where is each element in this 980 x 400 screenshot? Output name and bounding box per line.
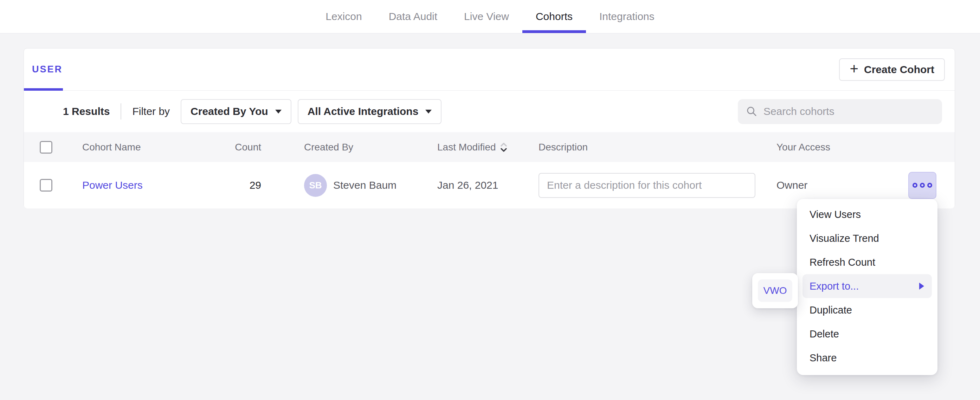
- header-your-access: Your Access: [776, 142, 955, 153]
- nav-item-live-view[interactable]: Live View: [451, 0, 522, 33]
- menu-item-delete[interactable]: Delete: [797, 322, 937, 346]
- row-actions-menu: View Users Visualize Trend Refresh Count…: [797, 199, 937, 375]
- header-description: Description: [534, 142, 776, 153]
- create-cohort-label: Create Cohort: [864, 64, 934, 76]
- search-cohorts-box[interactable]: [738, 99, 942, 124]
- header-your-access-label: Your Access: [776, 142, 830, 153]
- divider: [121, 104, 121, 120]
- header-last-modified[interactable]: Last Modified: [437, 141, 534, 153]
- dot-icon: [913, 183, 918, 188]
- menu-item-refresh-count[interactable]: Refresh Count: [797, 250, 937, 274]
- nav-item-lexicon[interactable]: Lexicon: [312, 0, 375, 33]
- header-count[interactable]: Count: [219, 142, 261, 153]
- menu-item-visualize-trend[interactable]: Visualize Trend: [797, 226, 937, 250]
- select-all-checkbox[interactable]: [40, 141, 52, 154]
- integrations-filter-value: All Active Integrations: [307, 105, 418, 117]
- results-count: 1 Results: [63, 105, 110, 117]
- integrations-filter-dropdown[interactable]: All Active Integrations: [298, 99, 442, 124]
- dot-icon: [920, 183, 925, 188]
- menu-item-export-to[interactable]: Export to...: [802, 274, 932, 298]
- cohort-name-link[interactable]: Power Users: [82, 179, 143, 191]
- chevron-down-icon: [275, 110, 282, 113]
- menu-item-share[interactable]: Share: [797, 346, 937, 370]
- submenu-item-vwo[interactable]: VWO: [758, 279, 792, 302]
- header-created-by[interactable]: Created By: [261, 142, 437, 153]
- row-checkbox[interactable]: [40, 179, 52, 191]
- cohorts-panel: USER + Create Cohort 1 Results Filter by…: [24, 48, 955, 208]
- export-submenu: VWO: [752, 273, 798, 308]
- search-icon: [746, 105, 757, 117]
- filter-toolbar: 1 Results Filter by Created By You All A…: [24, 91, 955, 132]
- menu-item-export-to-label: Export to...: [810, 280, 859, 292]
- created-by-cell: SB Steven Baum: [261, 174, 437, 197]
- header-checkbox-cell: [24, 141, 82, 154]
- submenu-arrow-icon: [919, 283, 924, 290]
- panel-header: USER + Create Cohort: [24, 48, 955, 91]
- cohort-count: 29: [219, 179, 261, 191]
- created-by-filter-value: Created By You: [191, 105, 268, 117]
- access-level: Owner: [776, 179, 807, 191]
- nav-item-data-audit[interactable]: Data Audit: [375, 0, 451, 33]
- top-navigation: Lexicon Data Audit Live View Cohorts Int…: [0, 0, 980, 33]
- created-by-filter-dropdown[interactable]: Created By You: [181, 99, 291, 124]
- created-by-name: Steven Baum: [333, 179, 396, 191]
- last-modified-date: Jan 26, 2021: [437, 179, 534, 191]
- filter-by-label: Filter by: [132, 105, 170, 117]
- search-cohorts-input[interactable]: [764, 105, 934, 117]
- create-cohort-button[interactable]: + Create Cohort: [839, 58, 945, 81]
- sort-icon[interactable]: [500, 141, 508, 153]
- description-input[interactable]: [539, 173, 756, 198]
- header-cohort-name[interactable]: Cohort Name: [82, 142, 219, 153]
- tab-user[interactable]: USER: [32, 64, 62, 75]
- nav-item-cohorts[interactable]: Cohorts: [522, 0, 586, 33]
- menu-item-view-users[interactable]: View Users: [797, 202, 937, 226]
- table-header-row: Cohort Name Count Created By Last Modifi…: [24, 132, 955, 162]
- dot-icon: [927, 183, 932, 188]
- header-last-modified-label: Last Modified: [437, 142, 496, 153]
- avatar: SB: [304, 174, 327, 197]
- row-checkbox-cell: [24, 179, 82, 191]
- row-actions-button[interactable]: [908, 172, 936, 199]
- menu-item-duplicate[interactable]: Duplicate: [797, 298, 937, 322]
- chevron-down-icon: [425, 110, 432, 113]
- nav-item-integrations[interactable]: Integrations: [586, 0, 668, 33]
- tab-user-underline: [24, 88, 63, 91]
- plus-icon: +: [850, 62, 858, 76]
